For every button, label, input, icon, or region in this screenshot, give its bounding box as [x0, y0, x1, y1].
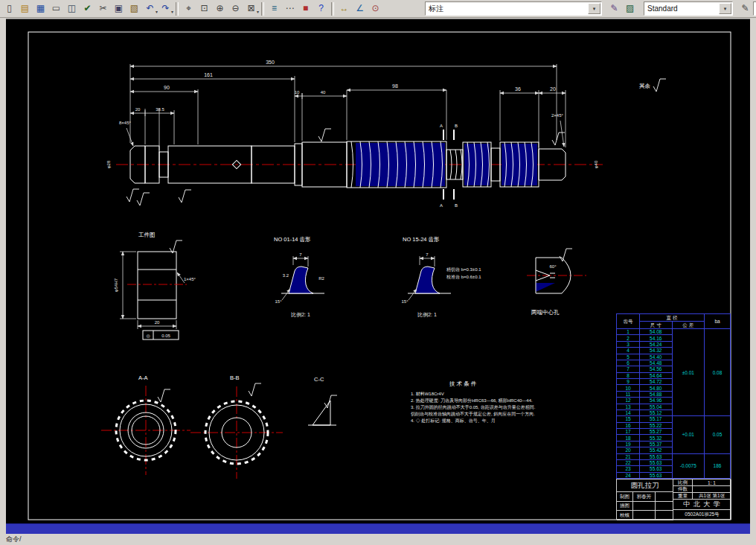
- workpiece-view: 工件图 φ54H7 1×45° 20 ◎ 0.05: [114, 232, 196, 340]
- open-icon[interactable]: ▤: [17, 1, 33, 16]
- teeth-table: 齿号 直 径 ba 尺 寸 公 差 154.08±0.010.08254.163…: [616, 313, 731, 479]
- toolbar: ▯▤▦▭◫✔✂▣▧↶▾↷▾⌖⊡⊕⊖⊠▾≡⋯■?↔∠⊙ 标注 ▾ ✎▨ Stand…: [0, 0, 756, 18]
- teeth-table-cell: 54.32: [640, 348, 673, 354]
- teeth-table-cell: 55.12: [640, 409, 673, 415]
- roughness-icon: [560, 249, 572, 261]
- dim-40: 40: [321, 90, 326, 95]
- tolerance-value: 0.05: [161, 334, 170, 338]
- class-number: 0502A01班25号: [673, 510, 731, 520]
- teeth-table-cell: -0.0075: [672, 453, 705, 479]
- toolbar-separator: [331, 2, 334, 16]
- zoom-level-combo[interactable]: 15: [753, 1, 756, 16]
- tech-line: 1. 材料W18Cr4V: [411, 392, 444, 397]
- layers-icon[interactable]: ≡: [266, 1, 282, 16]
- print-icon[interactable]: ▭: [48, 1, 64, 16]
- chevron-down-icon[interactable]: ▾: [171, 9, 173, 14]
- dim-radius-icon[interactable]: ⊙: [368, 1, 383, 16]
- status-bar: 命令/: [0, 534, 756, 545]
- teeth-table-cell: 9: [617, 379, 640, 385]
- spelling-icon[interactable]: ✔: [80, 1, 95, 16]
- teeth-table-cell: 186: [705, 453, 731, 479]
- chevron-down-icon[interactable]: ▾: [257, 9, 259, 14]
- dim-linear-icon[interactable]: ↔: [336, 1, 352, 16]
- zoom-in-icon[interactable]: ⊕: [212, 1, 228, 16]
- tech-line: 4. ◇ 处打标记: 规格、商标、齿号、年、月: [411, 418, 496, 424]
- center-hole-angle: 60°: [549, 264, 557, 269]
- annotation-style-combo[interactable]: 标注 ▾: [425, 1, 602, 16]
- workpiece-length: 20: [155, 320, 160, 325]
- teeth-col-last: ba: [705, 314, 731, 329]
- drawn-extra: [656, 492, 673, 502]
- palette-icon[interactable]: ▨: [622, 1, 638, 16]
- command-prompt[interactable]: 命令/: [6, 535, 22, 544]
- teeth-table-cell: 13: [617, 404, 640, 409]
- style-edit-icon[interactable]: ✎: [737, 1, 753, 16]
- checked-extra: [656, 511, 673, 520]
- section-bb-view: B-B: [190, 375, 283, 479]
- section-bb-label: B-B: [230, 375, 240, 381]
- profile1-dim-land: 3.2: [283, 273, 289, 278]
- zoom-out-icon[interactable]: ⊖: [228, 1, 243, 16]
- dim-20-rear: 20: [550, 86, 556, 92]
- teeth-table-row: 1555.17+0.010.05: [617, 416, 731, 422]
- dim-98: 98: [392, 83, 398, 89]
- teeth-table-cell: 14: [617, 409, 640, 415]
- weight-label: 重量: [673, 493, 693, 500]
- paste-icon[interactable]: ▧: [126, 1, 142, 16]
- teeth-table-cell: +0.01: [672, 416, 705, 453]
- profile2-title: NO 15-24 齿形: [403, 236, 440, 243]
- teeth-table-cell: 54.64: [640, 372, 673, 378]
- teeth-table-cell: 54.96: [640, 398, 673, 404]
- teeth-table-row: 2155.63-0.0075186: [617, 453, 731, 459]
- copy-icon[interactable]: ▣: [111, 1, 126, 16]
- surface-note: 其余: [639, 83, 651, 89]
- zoom-window-icon[interactable]: ⊡: [196, 1, 212, 16]
- teeth-table-cell: 55.17: [640, 416, 673, 422]
- teeth-table-cell: 24: [617, 472, 640, 478]
- chamfer-left-label: 8×45°: [119, 121, 132, 125]
- center-hole-title: 两端中心孔: [531, 309, 560, 316]
- tech-line: 3. 拉刀外圆的径向跳动不大于0.05, 齿距误差与齿升量公差相同.: [411, 404, 536, 410]
- toolbar-separator: [261, 2, 264, 16]
- teeth-table-cell: 54.40: [640, 354, 673, 360]
- teeth-table-cell: 55.63: [640, 453, 673, 459]
- text-style-combo[interactable]: Standard ▾: [644, 1, 733, 16]
- dim-angular-icon[interactable]: ∠: [352, 1, 368, 16]
- toolbar-separator: [176, 2, 179, 16]
- teeth-table-row: 154.08±0.010.08: [617, 329, 731, 335]
- workpiece-title: 工件图: [138, 232, 156, 238]
- drawn-name: 郭春芳: [633, 492, 656, 502]
- dia-right-label: φ40: [594, 160, 598, 168]
- linetype-icon[interactable]: ⋯: [282, 1, 298, 16]
- teeth-table-cell: 54.80: [640, 385, 673, 391]
- teeth-table-cell: 0.05: [705, 416, 731, 453]
- chamfer-right-label: 2×45°: [551, 113, 564, 118]
- profile2-note1: 精切齿 b=0.3±0.1: [446, 267, 481, 272]
- command-window-bar[interactable]: [6, 523, 750, 535]
- dim-style-icon[interactable]: ✎: [606, 1, 622, 16]
- teeth-table-cell: 54.72: [640, 379, 673, 385]
- tech-title: 技 术 条 件: [449, 380, 477, 387]
- teeth-table-cell: 54.48: [640, 360, 673, 366]
- traced-name: [633, 502, 656, 511]
- drawn-label: 制图: [617, 492, 633, 502]
- chevron-down-icon[interactable]: ▾: [588, 3, 600, 14]
- teeth-table-cell: 0.08: [705, 329, 731, 416]
- help-icon[interactable]: ?: [313, 1, 329, 16]
- profile1-angle: 15°: [275, 299, 282, 304]
- teeth-table-cell: 20: [617, 447, 640, 453]
- drawing-canvas[interactable]: A B A B 350 161 90 10 40 98: [6, 19, 750, 524]
- teeth-table-cell: 6: [617, 360, 640, 366]
- cut-icon[interactable]: ✂: [95, 1, 111, 16]
- section-cc-view: C-C: [308, 376, 337, 425]
- chevron-down-icon[interactable]: ▾: [719, 3, 731, 14]
- section-aa-view: A-A: [101, 375, 190, 475]
- teeth-table-cell: 22: [617, 459, 640, 465]
- color-control-icon[interactable]: ■: [298, 1, 313, 16]
- print-preview-icon[interactable]: ◫: [64, 1, 80, 16]
- tech-line: 2. 热处理硬度: 刀齿及导向部分HRC63—66, 柄部HRC40—44.: [411, 398, 533, 404]
- pan-icon[interactable]: ⌖: [181, 1, 196, 16]
- save-icon[interactable]: ▦: [33, 1, 48, 16]
- text-style-value: Standard: [647, 4, 678, 13]
- new-icon[interactable]: ▯: [1, 1, 17, 16]
